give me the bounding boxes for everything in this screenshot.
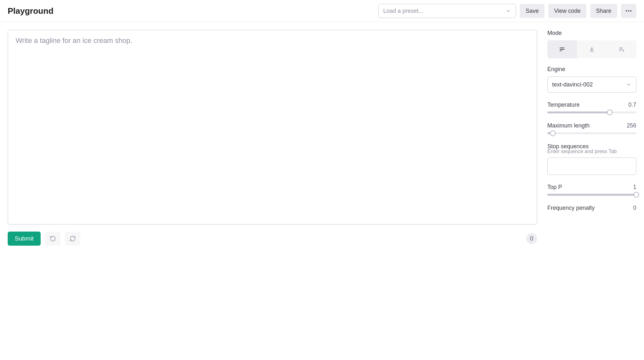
editor-actions: Submit 0 — [8, 232, 537, 246]
max-length-slider[interactable] — [547, 132, 636, 134]
top-p-slider[interactable] — [547, 194, 636, 196]
mode-group — [547, 40, 636, 58]
top-p-fill — [547, 194, 636, 196]
top-p-row: Top P 1 — [547, 184, 636, 191]
max-length-row: Maximum length 256 — [547, 122, 636, 129]
content: Write a tagline for an ice cream shop. S… — [0, 22, 644, 253]
temperature-label: Temperature — [547, 102, 580, 108]
undo-icon — [50, 235, 56, 242]
prompt-placeholder: Write a tagline for an ice cream shop. — [16, 37, 132, 45]
sidebar: Mode Engine text-davinci-002 Temperature… — [547, 30, 636, 215]
freq-penalty-row: Frequency penalty 0 — [547, 205, 636, 211]
token-count: 0 — [526, 233, 537, 244]
more-icon — [626, 10, 632, 12]
top-p-label: Top P — [547, 184, 562, 191]
refresh-icon — [69, 235, 76, 242]
mode-insert-icon — [588, 46, 595, 53]
chevron-down-icon — [626, 82, 632, 87]
max-length-label: Maximum length — [547, 122, 590, 129]
stop-input[interactable] — [547, 158, 636, 175]
temperature-thumb[interactable] — [607, 110, 613, 115]
max-length-value: 256 — [627, 122, 636, 129]
top-p-thumb[interactable] — [633, 192, 639, 198]
page-title: Playground — [8, 6, 53, 16]
view-code-button[interactable]: View code — [548, 4, 586, 18]
save-button[interactable]: Save — [520, 4, 544, 18]
mode-edit-icon — [618, 46, 625, 53]
freq-penalty-value: 0 — [633, 205, 636, 211]
preset-select[interactable]: Load a preset... — [378, 4, 516, 18]
topbar: Playground Load a preset... Save View co… — [0, 0, 644, 22]
temperature-row: Temperature 0.7 — [547, 102, 636, 108]
more-button[interactable] — [621, 4, 636, 18]
mode-insert-button[interactable] — [577, 40, 607, 58]
engine-label: Engine — [547, 66, 636, 73]
preset-placeholder: Load a preset... — [383, 8, 423, 14]
engine-value: text-davinci-002 — [552, 81, 593, 88]
mode-complete-button[interactable] — [547, 40, 577, 58]
chevron-down-icon — [505, 8, 511, 14]
mode-edit-button[interactable] — [607, 40, 636, 58]
mode-complete-icon — [559, 46, 566, 53]
freq-penalty-label: Frequency penalty — [547, 205, 595, 211]
temperature-fill — [547, 111, 610, 113]
engine-select[interactable]: text-davinci-002 — [547, 77, 636, 93]
max-length-thumb[interactable] — [550, 130, 556, 136]
undo-button[interactable] — [45, 232, 60, 246]
prompt-editor[interactable]: Write a tagline for an ice cream shop. — [8, 30, 537, 225]
editor-column: Write a tagline for an ice cream shop. S… — [8, 30, 537, 246]
submit-button[interactable]: Submit — [8, 232, 41, 246]
top-p-value: 1 — [633, 184, 636, 191]
mode-label: Mode — [547, 30, 636, 37]
stop-helper: Enter sequence and press Tab — [547, 149, 636, 154]
temperature-value: 0.7 — [628, 102, 636, 108]
regenerate-button[interactable] — [65, 232, 80, 246]
temperature-slider[interactable] — [547, 111, 636, 113]
share-button[interactable]: Share — [590, 4, 617, 18]
